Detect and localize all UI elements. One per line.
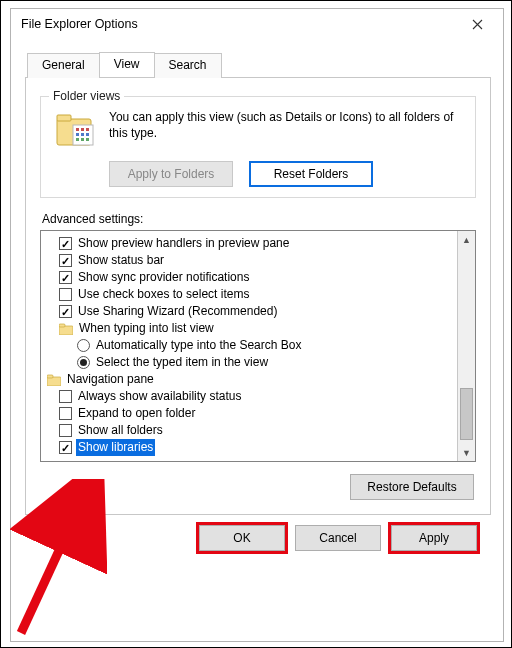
dialog-buttons: OK Cancel Apply (25, 525, 491, 555)
folder-node-icon (59, 323, 73, 335)
radio[interactable] (77, 339, 90, 352)
item-label: Show preview handlers in preview pane (76, 235, 291, 252)
folder-icon (55, 111, 99, 151)
item-label: Show libraries (76, 439, 155, 456)
cancel-button[interactable]: Cancel (295, 525, 381, 551)
tab-label: Search (169, 58, 207, 72)
svg-rect-6 (76, 133, 79, 136)
list-item[interactable]: Navigation pane (47, 371, 455, 388)
options-dialog: File Explorer Options General View Searc… (10, 8, 504, 642)
item-label: Navigation pane (65, 371, 156, 388)
advanced-settings-label: Advanced settings: (42, 212, 476, 226)
list-item[interactable]: Show libraries (47, 439, 455, 456)
checkbox[interactable] (59, 271, 72, 284)
button-label: Cancel (319, 531, 356, 545)
scroll-track[interactable] (458, 248, 475, 444)
apply-button[interactable]: Apply (391, 525, 477, 551)
checkbox[interactable] (59, 407, 72, 420)
svg-rect-3 (76, 128, 79, 131)
close-icon (472, 19, 483, 30)
svg-rect-15 (47, 375, 53, 378)
svg-rect-9 (76, 138, 79, 141)
reset-folders-button[interactable]: Reset Folders (249, 161, 373, 187)
restore-row: Restore Defaults (40, 474, 474, 500)
folder-views-text: You can apply this view (such as Details… (109, 109, 465, 141)
tab-view[interactable]: View (99, 52, 155, 77)
checkbox[interactable] (59, 288, 72, 301)
restore-defaults-button[interactable]: Restore Defaults (350, 474, 474, 500)
list-item[interactable]: Show all folders (47, 422, 455, 439)
vertical-scrollbar[interactable]: ▲ ▼ (457, 231, 475, 461)
scroll-up-icon[interactable]: ▲ (458, 231, 475, 248)
item-label: Expand to open folder (76, 405, 197, 422)
svg-rect-10 (81, 138, 84, 141)
item-label: Select the typed item in the view (94, 354, 270, 371)
list-item[interactable]: Use check boxes to select items (47, 286, 455, 303)
folder-node-icon (47, 374, 61, 386)
item-label: Show status bar (76, 252, 166, 269)
svg-rect-4 (81, 128, 84, 131)
checkbox[interactable] (59, 237, 72, 250)
checkbox[interactable] (59, 424, 72, 437)
scroll-down-icon[interactable]: ▼ (458, 444, 475, 461)
svg-rect-1 (57, 115, 71, 121)
list-item[interactable]: Show preview handlers in preview pane (47, 235, 455, 252)
button-label: Restore Defaults (367, 480, 456, 494)
item-label: Automatically type into the Search Box (94, 337, 303, 354)
group-legend: Folder views (49, 89, 124, 103)
button-label: Reset Folders (274, 167, 349, 181)
item-label: Always show availability status (76, 388, 243, 405)
advanced-settings-list: Show preview handlers in preview paneSho… (40, 230, 476, 462)
tab-label: View (114, 57, 140, 71)
item-label: Show all folders (76, 422, 165, 439)
item-label: When typing into list view (77, 320, 216, 337)
button-label: Apply (419, 531, 449, 545)
svg-rect-13 (59, 324, 65, 327)
apply-to-folders-button: Apply to Folders (109, 161, 233, 187)
list-item[interactable]: Select the typed item in the view (47, 354, 455, 371)
folder-views-group: Folder views You can apply this view (su… (40, 96, 476, 198)
item-label: Show sync provider notifications (76, 269, 251, 286)
list-item[interactable]: Use Sharing Wizard (Recommended) (47, 303, 455, 320)
svg-rect-11 (86, 138, 89, 141)
button-label: OK (233, 531, 250, 545)
svg-rect-5 (86, 128, 89, 131)
screenshot-frame: File Explorer Options General View Searc… (0, 0, 512, 648)
radio[interactable] (77, 356, 90, 369)
tab-panel-view: Folder views You can apply this view (su… (25, 77, 491, 515)
title-bar: File Explorer Options (11, 9, 503, 39)
scroll-thumb[interactable] (460, 388, 473, 440)
tab-search[interactable]: Search (154, 53, 222, 78)
checkbox[interactable] (59, 254, 72, 267)
item-label: Use Sharing Wizard (Recommended) (76, 303, 279, 320)
window-title: File Explorer Options (21, 17, 455, 31)
svg-rect-7 (81, 133, 84, 136)
tab-general[interactable]: General (27, 53, 100, 78)
button-label: Apply to Folders (128, 167, 215, 181)
item-label: Use check boxes to select items (76, 286, 251, 303)
close-button[interactable] (455, 11, 499, 37)
ok-button[interactable]: OK (199, 525, 285, 551)
checkbox[interactable] (59, 305, 72, 318)
list-item[interactable]: Always show availability status (47, 388, 455, 405)
list-item[interactable]: Show status bar (47, 252, 455, 269)
list-viewport[interactable]: Show preview handlers in preview paneSho… (41, 231, 457, 461)
tab-label: General (42, 58, 85, 72)
list-item[interactable]: Automatically type into the Search Box (47, 337, 455, 354)
list-item[interactable]: Show sync provider notifications (47, 269, 455, 286)
svg-rect-12 (59, 326, 73, 335)
svg-rect-8 (86, 133, 89, 136)
checkbox[interactable] (59, 441, 72, 454)
tab-strip: General View Search (25, 51, 491, 77)
list-item[interactable]: Expand to open folder (47, 405, 455, 422)
svg-rect-14 (47, 377, 61, 386)
checkbox[interactable] (59, 390, 72, 403)
dialog-body: General View Search Folder views (11, 39, 503, 567)
list-item[interactable]: When typing into list view (47, 320, 455, 337)
